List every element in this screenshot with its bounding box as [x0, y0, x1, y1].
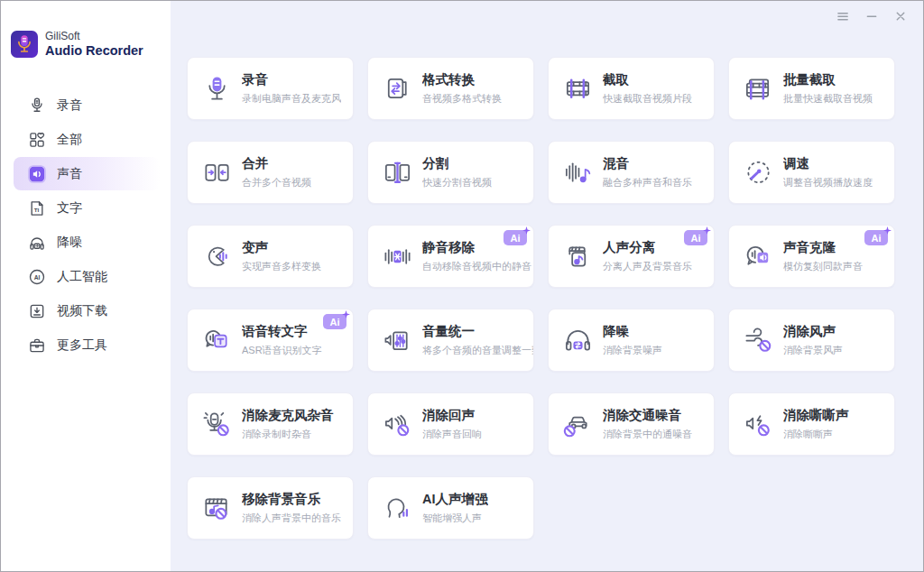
card-mic-noise-remove[interactable]: 消除麦克风杂音消除录制时杂音 [187, 392, 354, 456]
mic-noise-icon [201, 409, 233, 440]
card-title: 消除风声 [783, 323, 843, 340]
svg-text:AI: AI [34, 273, 41, 280]
card-record[interactable]: 录音录制电脑声音及麦克风 [187, 57, 354, 120]
sidebar-item-label: 更多工具 [57, 337, 107, 354]
mix-icon [562, 157, 594, 189]
sidebar-item-denoise[interactable]: 降噪 [14, 226, 160, 259]
echo-remove-icon [382, 409, 413, 440]
card-silence-remove[interactable]: 静音移除自动移除音视频中的静音Ai [367, 225, 534, 288]
sidebar-item-label: 声音 [57, 166, 82, 182]
card-title: 语音转文字 [242, 323, 322, 340]
card-subtitle: 将多个音频的音量调整一致 [422, 344, 533, 357]
card-title: 分割 [422, 155, 492, 172]
minimize-button[interactable] [864, 9, 880, 24]
grid-heart-icon [28, 131, 46, 149]
card-title: 批量截取 [783, 71, 873, 88]
card-subtitle: 快速截取音视频片段 [603, 92, 692, 106]
record-mic-icon [201, 73, 233, 105]
sidebar-item-label: 降噪 [57, 235, 82, 251]
card-subtitle: 分离人声及背景音乐 [603, 260, 692, 273]
ai-badge: Ai [864, 230, 888, 245]
brand-top: GiliSoft [45, 31, 143, 43]
silence-remove-icon [382, 241, 413, 272]
split-icon [382, 157, 413, 189]
ai-badge-label: Ai [691, 233, 701, 244]
card-music-remove[interactable]: 移除背景音乐消除人声背景中的音乐 [187, 476, 354, 540]
card-hiss-remove[interactable]: 消除嘶嘶声消除嘶嘶声 [728, 392, 895, 456]
card-subtitle: 录制电脑声音及麦克风 [242, 92, 341, 106]
card-speech-to-text[interactable]: 语音转文字ASR语音识别文字Ai [187, 309, 354, 372]
card-title: AI人声增强 [422, 491, 488, 508]
card-subtitle: 音视频多格式转换 [422, 92, 502, 106]
app-window: GiliSoft Audio Recorder 录音全部声音TI文字降噪AI人工… [0, 0, 924, 572]
menu-button[interactable] [836, 9, 851, 24]
format-convert-icon [382, 73, 413, 105]
minimize-icon [865, 10, 879, 23]
sidebar-nav: 录音全部声音TI文字降噪AI人工智能视频下载更多工具 [1, 88, 171, 363]
card-title: 音量统一 [422, 323, 533, 340]
card-subtitle: 消除人声背景中的音乐 [242, 512, 341, 525]
card-subtitle: 模仿复刻同款声音 [783, 260, 863, 273]
ai-badge-label: Ai [330, 317, 340, 328]
microphone-icon [28, 97, 46, 115]
card-volume-unify[interactable]: 音量统一将多个音频的音量调整一致 [367, 309, 534, 372]
merge-icon [201, 157, 233, 189]
card-subtitle: 调整音视频播放速度 [783, 176, 873, 189]
speed-icon [743, 157, 774, 189]
download-icon [28, 302, 46, 320]
sidebar: GiliSoft Audio Recorder 录音全部声音TI文字降噪AI人工… [1, 1, 171, 571]
sidebar-item-more-tools[interactable]: 更多工具 [14, 328, 160, 362]
card-title: 消除交通噪音 [603, 407, 692, 424]
clip-icon [562, 73, 594, 105]
ai-circle-icon: AI [28, 268, 46, 286]
sidebar-item-audio[interactable]: 声音 [14, 157, 160, 190]
app-logo-icon [11, 31, 38, 58]
card-vocal-split[interactable]: 人声分离分离人声及背景音乐Ai [548, 225, 715, 288]
sidebar-item-ai[interactable]: AI人工智能 [14, 260, 160, 293]
card-voice-clone[interactable]: 声音克隆模仿复刻同款声音Ai [728, 225, 895, 288]
sidebar-item-label: 文字 [57, 200, 82, 217]
sidebar-item-label: 录音 [57, 97, 82, 114]
card-mix[interactable]: 混音融合多种声音和音乐 [548, 141, 715, 204]
sidebar-item-record[interactable]: 录音 [14, 88, 160, 122]
close-button[interactable] [893, 9, 909, 24]
card-wind-remove[interactable]: 消除风声消除背景风声 [728, 309, 895, 372]
card-title: 调速 [783, 155, 873, 172]
card-subtitle: 消除背景中的通噪音 [603, 428, 692, 441]
card-title: 录音 [242, 71, 341, 88]
card-subtitle: 融合多种声音和音乐 [603, 176, 692, 189]
headphones-icon [28, 234, 46, 252]
sidebar-item-text[interactable]: TI文字 [14, 191, 160, 225]
card-split[interactable]: 分割快速分割音视频 [367, 141, 534, 204]
card-ai-voice-enhance[interactable]: AI人声增强智能增强人声 [367, 476, 534, 540]
card-subtitle: ASR语音识别文字 [242, 344, 322, 357]
card-title: 变声 [242, 239, 321, 256]
card-title: 格式转换 [422, 71, 502, 88]
text-doc-icon: TI [28, 199, 46, 217]
vocal-split-icon [562, 241, 594, 272]
card-merge[interactable]: 合并合并多个音视频 [187, 141, 354, 204]
card-batch-clip[interactable]: 批量截取批量快速截取音视频 [728, 57, 895, 120]
ai-badge: Ai [684, 230, 707, 245]
brand-text: GiliSoft Audio Recorder [45, 31, 143, 58]
card-subtitle: 实现声音多样变换 [242, 260, 321, 273]
sidebar-item-all[interactable]: 全部 [14, 123, 160, 156]
sidebar-item-label: 人工智能 [57, 269, 107, 285]
card-subtitle: 消除声音回响 [422, 428, 482, 441]
app-logo: GiliSoft Audio Recorder [11, 31, 143, 58]
card-clip[interactable]: 截取快速截取音视频片段 [548, 57, 715, 120]
card-title: 消除麦克风杂音 [242, 407, 334, 424]
card-format-convert[interactable]: 格式转换音视频多格式转换 [367, 57, 534, 120]
card-title: 消除回声 [422, 407, 482, 424]
card-traffic-remove[interactable]: 消除交通噪音消除背景中的通噪音 [548, 392, 715, 456]
window-controls [836, 9, 909, 24]
speech-to-text-icon [201, 325, 233, 356]
card-subtitle: 合并多个音视频 [242, 176, 311, 189]
card-voice-change[interactable]: 变声实现声音多样变换 [187, 225, 354, 288]
card-speed[interactable]: 调速调整音视频播放速度 [728, 141, 895, 204]
sidebar-item-video-download[interactable]: 视频下载 [14, 294, 160, 328]
toolbox-icon [28, 337, 46, 355]
traffic-noise-icon [562, 409, 594, 440]
card-echo-remove[interactable]: 消除回声消除声音回响 [367, 392, 534, 456]
card-denoise[interactable]: 降噪消除背景噪声 [548, 309, 715, 372]
